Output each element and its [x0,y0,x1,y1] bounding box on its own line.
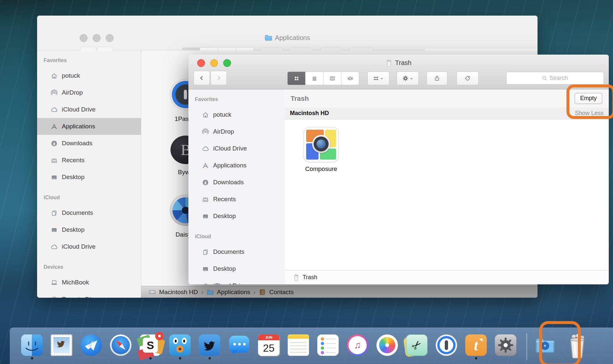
sidebar-item-icloud-drive-2[interactable]: iCloud Drive [188,277,285,284]
cloud-icon [202,145,209,152]
running-indicator [31,357,33,359]
dock-photos-icon[interactable] [376,334,398,356]
airdrop-icon [51,89,58,96]
trash-icon [293,274,299,281]
dock-notes-icon[interactable] [288,334,309,356]
sidebar-item-desktop-icloud[interactable]: Desktop [188,260,285,277]
composure-lens [317,139,326,149]
arrange-button[interactable] [367,72,389,85]
dock-trash-highlight [539,321,581,364]
window-title: Applications [275,34,310,42]
status-bar: Trash [285,270,609,284]
sidebar-item-airdrop[interactable]: AirDrop [188,123,285,140]
tag-button[interactable] [456,72,479,85]
column-view-button[interactable] [323,72,341,85]
composure-app-icon[interactable] [304,127,339,162]
path-item-contacts[interactable]: Contacts [269,289,293,296]
cloud-icon [51,243,58,250]
path-chevron-icon: › [201,289,203,296]
path-bar: Macintosh HD › Applications › Contacts [141,286,538,298]
dock-mail-icon[interactable] [51,334,72,356]
back-button[interactable] [194,71,210,85]
path-item-applications[interactable]: Applications [217,289,250,296]
sidebar-item-icloud-drive-2[interactable]: iCloud Drive [37,238,141,255]
dock-separator [526,333,527,360]
dock-finder-icon[interactable] [21,334,43,356]
home-icon [202,111,209,118]
sidebar-section-devices: Devices [37,255,141,274]
dock-messages-icon[interactable] [228,334,250,356]
desktop-icon [202,213,209,220]
desktop-icon [51,227,58,233]
recents-icon [202,196,209,203]
coverflow-view-button[interactable] [341,72,359,85]
dock-calendar-icon[interactable]: JUN 25 [258,334,279,356]
music-note-glyph: ♫ [348,336,367,354]
sidebar-item-potuck[interactable]: potuck [188,106,285,123]
sidebar-item-applications[interactable]: Applications [188,157,285,174]
desktop-icon [51,174,58,181]
documents-icon [202,249,209,255]
applications-folder-icon [265,34,272,42]
dock-slack-icon[interactable]: S [140,334,161,356]
sidebar-item-icloud-drive[interactable]: iCloud Drive [37,101,141,118]
applications-icon [202,162,209,169]
home-icon [51,72,58,79]
dock-1password-icon[interactable] [436,334,457,356]
contacts-icon [259,289,266,296]
dock-safari-icon[interactable] [110,334,131,356]
location-header-row: Trash Empty [285,89,609,108]
sidebar-item-documents[interactable]: Documents [37,204,141,221]
icon-view-button[interactable] [288,72,306,85]
sidebar-item-recents[interactable]: Recents [37,152,141,169]
list-view-button[interactable] [306,72,323,85]
calendar-day: 25 [258,340,279,356]
sidebar-item-icloud-drive[interactable]: iCloud Drive [188,140,285,157]
dock-textexpander-icon[interactable]: t [465,334,487,356]
recents-icon [51,157,58,164]
dock-system-preferences-icon[interactable] [495,334,516,356]
sidebar-item-desktop[interactable]: Desktop [37,169,141,186]
action-gear-button[interactable] [397,72,419,85]
dock-twitter-icon[interactable] [199,334,220,356]
hard-drive-icon [149,289,156,296]
sidebar-item-documents[interactable]: Documents [188,243,285,260]
sidebar: Favorites potuck AirDrop iCloud Drive Ap… [37,50,141,298]
desktop-icon [202,266,209,272]
finder-window-trash[interactable]: Trash Search Favorites potuck AirDrop iC… [188,55,609,284]
titlebar[interactable]: Trash Search [188,55,609,89]
dock-itunes-icon[interactable]: ♫ [347,334,368,356]
sidebar-item-michbook[interactable]: MichBook [37,274,141,291]
sidebar-item-downloads[interactable]: Downloads [37,135,141,152]
applications-icon [51,123,58,130]
running-indicator [149,357,152,359]
sidebar-section-icloud: iCloud [188,225,285,243]
forward-button[interactable] [211,71,227,85]
sidebar-item-recents[interactable]: Recents [188,191,285,208]
trash-icon [386,59,392,67]
sidebar-item-desktop[interactable]: Desktop [188,208,285,225]
dock-reminders-icon[interactable] [317,334,339,356]
sidebar-item-potuck[interactable]: potuck [37,67,141,84]
sidebar-item-desktop-icloud[interactable]: Desktop [37,221,141,238]
cloud-icon [51,106,58,113]
sidebar-item-downloads[interactable]: Downloads [188,174,285,191]
search-input[interactable]: Search [506,72,604,84]
sidebar-section-icloud: iCloud [37,186,141,204]
location-title: Trash [291,95,309,102]
share-button[interactable] [427,72,447,85]
sidebar-item-airdrop[interactable]: AirDrop [37,84,141,101]
gear-glyph [497,337,514,354]
titlebar[interactable]: Applications Search [37,16,538,50]
trash-content: Trash Empty Macintosh HD Show Less Compo… [285,89,609,270]
notification-badge [155,332,164,340]
path-item-macintosh-hd[interactable]: Macintosh HD [159,289,198,296]
airdrop-icon [202,128,209,135]
dock-clips-icon[interactable]: ✂ [406,334,428,356]
dock-tweetbot-icon[interactable] [169,334,191,356]
applications-folder-icon [207,289,214,296]
dock-spark-icon[interactable] [80,334,102,356]
sidebar-item-applications[interactable]: Applications [37,118,141,135]
sidebar-item-remote-disc[interactable]: Remote Disc [37,291,141,298]
sidebar-section-favorites: Favorites [37,50,141,67]
